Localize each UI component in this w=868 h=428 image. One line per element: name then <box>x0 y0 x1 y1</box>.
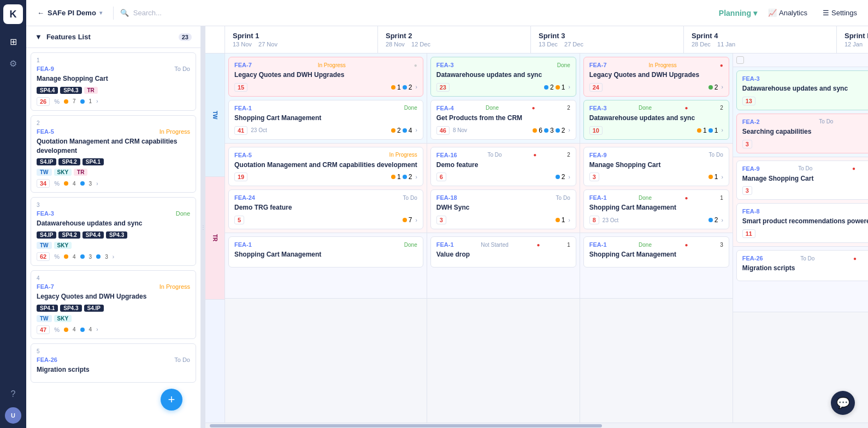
team-tags: TW SKY <box>37 315 190 322</box>
search-box[interactable]: 🔍 Search... <box>120 9 712 17</box>
row-label-text: TR <box>212 234 218 241</box>
expand-icon[interactable]: › <box>568 127 570 133</box>
expand-icon[interactable]: › <box>96 181 98 187</box>
planning-button[interactable]: Planning ▾ <box>719 9 757 17</box>
card[interactable]: FEA-5 In Progress Quotation Management a… <box>228 147 423 187</box>
card[interactable]: FEA-1 Done ● 1 Shopping Cart Management … <box>583 189 729 229</box>
app-logo[interactable]: K <box>3 4 23 24</box>
horizontal-scrollbar[interactable] <box>205 423 868 428</box>
sprint2-tw-band: FEA-3 Done Datawarehouse updates and syn… <box>427 54 580 144</box>
card-story-points: 10 <box>589 126 603 135</box>
sprint-dates: 13 Dec 27 Dec <box>539 41 676 47</box>
analytics-label: Analytics <box>779 9 807 17</box>
card[interactable]: FEA-26 To Do ● 1 Migration scripts <box>736 250 868 281</box>
team-tag: TW <box>37 242 52 249</box>
feature-title: Migration scripts <box>37 365 190 374</box>
card-id: FEA-8 <box>742 208 760 215</box>
card[interactable]: FEA-1 Not Started ● 1 Value drop <box>430 236 576 268</box>
feature-item[interactable]: 1 FEA-9 To Do Manage Shopping Cart SP4.4… <box>31 52 196 111</box>
sprint-header-sprint2: Sprint 2 28 Nov 12 Dec <box>378 26 531 53</box>
expand-icon[interactable]: › <box>568 217 570 223</box>
sidebar-icon-help[interactable]: ? <box>4 385 22 403</box>
card-id: FEA-3 <box>589 105 607 111</box>
card-story-points: 6 <box>436 173 446 181</box>
card[interactable]: FEA-9 To Do ● 1 Manage Shopping Cart 3 <box>736 160 868 200</box>
expand-icon[interactable]: › <box>721 217 723 223</box>
settings-button[interactable]: ☰ Settings <box>818 7 861 19</box>
card[interactable]: FEA-1 Done ● 3 Shopping Cart Management <box>583 236 729 268</box>
avatar[interactable]: U <box>5 407 21 424</box>
feature-status: Done <box>176 210 190 217</box>
checkbox[interactable] <box>736 56 744 64</box>
feature-tags: S4.IP SP4.2 SP4.1 <box>37 158 190 165</box>
expand-icon[interactable]: › <box>568 174 570 180</box>
card-story-points: 46 <box>436 126 450 135</box>
tag: SP4.2 <box>58 158 80 165</box>
dot-count: 3 <box>89 181 92 187</box>
feature-footer: 34 % 4 3 › <box>37 179 190 188</box>
card[interactable]: FEA-1 Done Shopping Cart Management 41 2… <box>228 100 423 140</box>
panel-resize-handle[interactable]: ⋮ <box>201 26 205 428</box>
card-title: Migration scripts <box>742 264 868 273</box>
sprint-columns: FEA-7 In Progress ● Legacy Quotes and DW… <box>225 54 868 423</box>
sidebar-icon-home[interactable]: ⊞ <box>4 33 22 50</box>
chat-button[interactable]: 💬 <box>831 391 855 415</box>
dot-red: ● <box>533 152 536 158</box>
card-title: Shopping Cart Management <box>589 250 723 259</box>
card-story-points: 3 <box>742 186 752 195</box>
expand-icon[interactable]: › <box>415 84 417 90</box>
card[interactable]: FEA-18 To Do DWH Sync 3 1 <box>430 189 576 229</box>
feature-item[interactable]: 4 FEA-7 In Progress Legacy Quotes and DW… <box>31 270 196 339</box>
card[interactable]: FEA-9 To Do Manage Shopping Cart 3 1 <box>583 147 729 187</box>
expand-icon[interactable]: › <box>568 84 570 90</box>
tag: SP4.3 <box>106 231 127 239</box>
card-story-points: 13 <box>742 97 755 105</box>
card-id: FEA-1 <box>234 241 252 248</box>
dot-blue <box>80 99 85 104</box>
story-points: 26 <box>37 97 50 106</box>
card-title: Legacy Quotes and DWH Upgrades <box>234 70 417 80</box>
card[interactable]: FEA-3 Done Datawarehouse updates and syn… <box>736 70 868 110</box>
card[interactable]: FEA-16 To Do ● 2 Demo feature 6 <box>430 147 576 187</box>
expand-icon[interactable]: › <box>721 84 723 90</box>
scrollbar-thumb[interactable] <box>210 424 602 427</box>
card[interactable]: FEA-4 Done ● 2 Get Products from the CRM… <box>430 100 576 140</box>
expand-icon[interactable]: › <box>721 127 723 133</box>
add-feature-button[interactable]: + <box>161 389 182 411</box>
feature-item[interactable]: 2 FEA-5 In Progress Quotation Management… <box>31 115 196 193</box>
card-title: Demo feature <box>436 160 570 170</box>
card[interactable]: FEA-2 To Do ● Searching capabilities 3 1 <box>736 114 868 153</box>
expand-icon[interactable]: › <box>113 254 114 260</box>
card-dots: 2 1 <box>544 84 565 91</box>
count: 3 <box>720 242 723 248</box>
tag: S4.IP <box>37 231 56 239</box>
card[interactable]: FEA-8 To Do Smart product recommendation… <box>736 203 868 243</box>
team-tag: SKY <box>54 242 72 249</box>
expand-icon[interactable]: › <box>415 174 417 180</box>
project-selector[interactable]: ← SAFe PI Demo ▾ <box>33 7 107 19</box>
dot-orange <box>64 181 68 186</box>
card[interactable]: FEA-24 To Do Demo TRG feature 5 7 <box>228 189 423 229</box>
expand-icon[interactable]: › <box>96 326 98 332</box>
expand-icon[interactable]: › <box>96 98 98 104</box>
team-tag: TR <box>84 87 98 94</box>
main-content: ← SAFe PI Demo ▾ 🔍 Search... Planning ▾ … <box>26 0 868 428</box>
card[interactable]: FEA-3 Done ● 2 Datawarehouse updates and… <box>583 100 729 140</box>
card[interactable]: FEA-7 In Progress ● Legacy Quotes and DW… <box>228 57 423 97</box>
card[interactable]: FEA-3 Done Datawarehouse updates and syn… <box>430 57 576 97</box>
feature-id: FEA-5 <box>37 128 54 135</box>
sidebar-icon-settings[interactable]: ⚙ <box>4 55 22 72</box>
feature-item[interactable]: 5 FEA-26 To Do Migration scripts <box>31 343 196 383</box>
feature-item[interactable]: 3 FEA-3 Done Datawarehouse updates and s… <box>31 197 196 266</box>
card[interactable]: FEA-1 Done Shopping Cart Management <box>228 236 423 268</box>
expand-icon[interactable]: › <box>415 127 417 133</box>
analytics-button[interactable]: 📈 Analytics <box>764 7 812 19</box>
dot-count: 4 <box>73 181 76 187</box>
card[interactable]: FEA-7 In Progress ● Legacy Quotes and DW… <box>583 57 729 97</box>
sprint-columns-scroll[interactable]: FEA-7 In Progress ● Legacy Quotes and DW… <box>225 54 868 423</box>
expand-icon[interactable]: › <box>415 217 417 223</box>
expand-icon[interactable]: › <box>721 174 723 180</box>
sprint3-unassigned-band: FEA-1 Done ● 3 Shopping Cart Management <box>580 233 733 299</box>
settings-label: Settings <box>831 9 857 17</box>
feature-status: In Progress <box>160 283 190 290</box>
